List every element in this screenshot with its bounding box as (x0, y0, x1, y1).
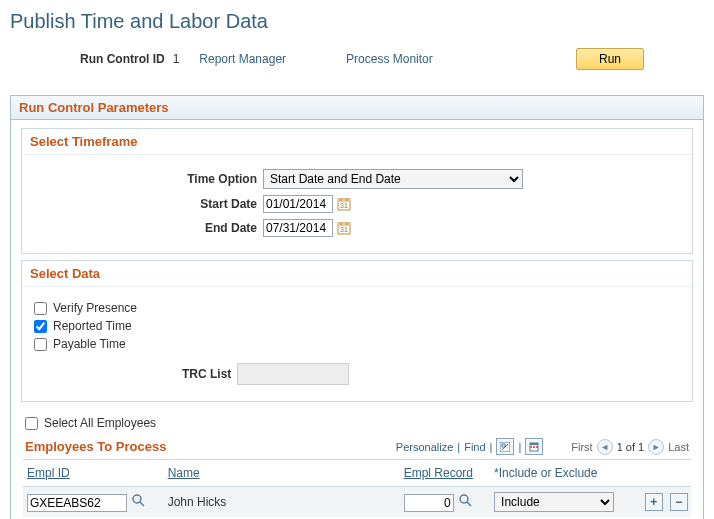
delete-row-button[interactable]: − (670, 493, 688, 511)
run-control-header: Run Control ID 1 Report Manager Process … (10, 48, 704, 70)
verify-presence-checkbox[interactable] (34, 302, 47, 315)
col-name[interactable]: Name (164, 460, 400, 487)
svg-text:31: 31 (340, 226, 348, 233)
select-timeframe-group: Select Timeframe Time Option Start Date … (21, 128, 693, 254)
end-date-input[interactable] (263, 219, 333, 237)
start-date-label: Start Date (32, 197, 263, 211)
svg-point-16 (133, 495, 141, 503)
select-all-employees-label[interactable]: Select All Employees (44, 416, 156, 430)
grid-nav-next-icon[interactable]: ► (648, 439, 664, 455)
add-row-button[interactable]: + (645, 493, 663, 511)
employees-grid: Empl ID Name Empl Record *Include or Exc… (23, 460, 691, 517)
svg-point-18 (460, 495, 468, 503)
view-all-icon[interactable] (496, 438, 514, 455)
grid-nav-first[interactable]: First (571, 441, 592, 453)
svg-rect-14 (533, 446, 535, 448)
run-control-parameters-group: Run Control Parameters Select Timeframe … (10, 95, 704, 519)
svg-rect-13 (530, 446, 532, 448)
select-timeframe-title: Select Timeframe (22, 129, 692, 155)
empl-record-input[interactable] (404, 494, 454, 512)
select-data-title: Select Data (22, 261, 692, 287)
run-control-id-label: Run Control ID (80, 52, 165, 66)
personalize-link[interactable]: Personalize (396, 441, 453, 453)
select-data-group: Select Data Verify Presence Reported Tim… (21, 260, 693, 402)
page-title: Publish Time and Labor Data (10, 10, 704, 33)
name-cell: John Hicks (164, 487, 400, 518)
emplid-input[interactable] (27, 494, 127, 512)
grid-nav-prev-icon[interactable]: ◄ (597, 439, 613, 455)
include-exclude-select[interactable]: Include (494, 492, 614, 512)
col-emplid[interactable]: Empl ID (23, 460, 164, 487)
end-date-label: End Date (32, 221, 263, 235)
svg-line-19 (467, 502, 471, 506)
svg-line-17 (140, 502, 144, 506)
grid-nav-counter: 1 of 1 (617, 441, 645, 453)
run-control-id-value: 1 (173, 52, 180, 66)
col-include-exclude: *Include or Exclude (490, 460, 641, 487)
reported-time-label[interactable]: Reported Time (53, 319, 132, 333)
calendar-icon[interactable]: 31 (336, 220, 352, 236)
run-control-parameters-title: Run Control Parameters (11, 96, 703, 120)
download-icon[interactable] (525, 438, 543, 455)
verify-presence-label[interactable]: Verify Presence (53, 301, 137, 315)
find-link[interactable]: Find (464, 441, 485, 453)
time-option-select[interactable]: Start Date and End Date (263, 169, 523, 189)
svg-rect-15 (536, 446, 538, 448)
svg-text:31: 31 (340, 202, 348, 209)
col-empl-record[interactable]: Empl Record (400, 460, 490, 487)
table-row: John Hicks Include (23, 487, 691, 518)
trc-list-input (237, 363, 349, 385)
report-manager-link[interactable]: Report Manager (199, 52, 286, 66)
lookup-icon[interactable] (130, 492, 146, 508)
select-all-employees-checkbox[interactable] (25, 417, 38, 430)
trc-list-label: TRC List (182, 367, 231, 381)
payable-time-label[interactable]: Payable Time (53, 337, 126, 351)
calendar-icon[interactable]: 31 (336, 196, 352, 212)
employees-to-process-title: Employees To Process (25, 439, 166, 454)
process-monitor-link[interactable]: Process Monitor (346, 52, 433, 66)
start-date-input[interactable] (263, 195, 333, 213)
svg-rect-12 (530, 443, 538, 445)
reported-time-checkbox[interactable] (34, 320, 47, 333)
lookup-icon[interactable] (457, 492, 473, 508)
time-option-label: Time Option (32, 172, 263, 186)
payable-time-checkbox[interactable] (34, 338, 47, 351)
grid-nav-last[interactable]: Last (668, 441, 689, 453)
run-button[interactable]: Run (576, 48, 644, 70)
